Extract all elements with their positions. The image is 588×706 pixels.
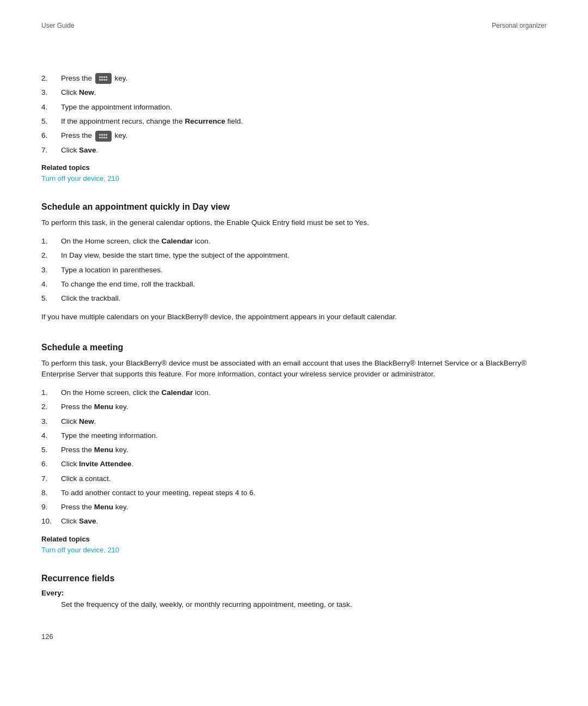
step-bold: New — [79, 88, 94, 96]
step-content: In Day view, beside the start time, type… — [61, 250, 547, 261]
related-link[interactable]: Turn off your device, 210 — [41, 174, 119, 182]
svg-rect-9 — [97, 132, 109, 141]
list-item: 4. Type the appointment information. — [41, 102, 547, 113]
step-content: Type the appointment information. — [61, 102, 547, 113]
step-content: To add another contact to your meeting, … — [61, 488, 547, 498]
meeting-related-topics: Related topics Turn off your device, 210 — [41, 535, 547, 554]
section-title: Schedule a meeting — [41, 343, 547, 352]
subsection-body: Set the frequency of the daily, weekly, … — [61, 599, 547, 610]
step-content: Click New. — [61, 416, 547, 427]
meeting-steps: 1. On the Home screen, click the Calenda… — [41, 387, 547, 527]
step-bold: Menu — [94, 446, 113, 454]
step-bold: Save — [79, 517, 96, 525]
step-content: Click Save. — [61, 516, 547, 527]
section-title: Recurrence fields — [41, 574, 547, 583]
step-num: 4. — [41, 430, 61, 441]
section-note: If you have multiple calendars on your B… — [41, 312, 547, 322]
list-item: 2. Press the — [41, 73, 547, 84]
section-intro: To perform this task, in the general cal… — [41, 217, 547, 228]
step-content: Click the trackball. — [61, 293, 547, 304]
svg-rect-5 — [99, 79, 101, 81]
svg-rect-6 — [101, 79, 103, 81]
list-item: 1. On the Home screen, click the Calenda… — [41, 236, 547, 247]
svg-rect-16 — [103, 137, 105, 138]
list-item: 2. Press the Menu key. — [41, 401, 547, 412]
step-num: 5. — [41, 116, 61, 127]
bb-key-icon — [95, 73, 112, 84]
step-num: 2. — [41, 250, 61, 261]
step-content: On the Home screen, click the Calendar i… — [61, 387, 547, 398]
step-bold: Recurrence — [185, 117, 225, 125]
list-item: 1. On the Home screen, click the Calenda… — [41, 387, 547, 398]
related-link[interactable]: Turn off your device, 210 — [41, 546, 119, 554]
list-item: 3. Click New. — [41, 416, 547, 427]
step-content: If the appointment recurs, change the Re… — [61, 116, 547, 127]
step-num: 9. — [41, 502, 61, 513]
list-item: 6. Click Invite Attendee. — [41, 459, 547, 470]
step-bold: Calendar — [162, 388, 193, 397]
page-header: User Guide Personal organizer — [41, 22, 547, 29]
list-item: 9. Press the Menu key. — [41, 502, 547, 513]
step-num: 7. — [41, 473, 61, 484]
step-num: 3. — [41, 265, 61, 276]
svg-rect-2 — [101, 76, 103, 78]
step-content: Press the — [61, 73, 547, 84]
step-num: 4. — [41, 279, 61, 290]
step-num: 5. — [41, 293, 61, 304]
step-num: 7. — [41, 145, 61, 156]
list-item: 4. Type the meeting information. — [41, 430, 547, 441]
step-num: 2. — [41, 401, 61, 412]
svg-rect-4 — [106, 76, 107, 78]
step-num: 1. — [41, 387, 61, 398]
step-content: On the Home screen, click the Calendar i… — [61, 236, 547, 247]
page-number: 126 — [41, 632, 53, 641]
top-steps-section: 2. Press the — [41, 73, 547, 182]
day-view-steps: 1. On the Home screen, click the Calenda… — [41, 236, 547, 304]
step-content: Click Invite Attendee. — [61, 459, 547, 470]
step-num: 2. — [41, 73, 61, 84]
list-item: 7. Click Save. — [41, 145, 547, 156]
svg-rect-1 — [99, 76, 101, 78]
step-content: Press the Menu key. — [61, 401, 547, 412]
section-intro: To perform this task, your BlackBerry® d… — [41, 358, 547, 380]
step-content: Click Save. — [61, 145, 547, 156]
step-content: Type the meeting information. — [61, 430, 547, 441]
list-item: 2. In Day view, beside the start time, t… — [41, 250, 547, 261]
step-content: Press the — [61, 130, 547, 141]
step-num: 3. — [41, 416, 61, 427]
step-bold: Menu — [94, 503, 113, 511]
svg-rect-13 — [106, 134, 107, 136]
step-num: 3. — [41, 87, 61, 98]
section-recurrence: Recurrence fields Every: Set the frequen… — [41, 574, 547, 610]
list-item: 10. Click Save. — [41, 516, 547, 527]
step-num: 1. — [41, 236, 61, 247]
top-steps-list: 2. Press the — [41, 73, 547, 156]
step-num: 4. — [41, 102, 61, 113]
step-content: Press the Menu key. — [61, 445, 547, 455]
step-num: 8. — [41, 488, 61, 498]
list-item: 5. Press the Menu key. — [41, 445, 547, 455]
header-left: User Guide — [41, 22, 75, 29]
step-bold: Invite Attendee — [79, 460, 131, 468]
related-topics-label: Related topics — [41, 163, 547, 172]
step-content: Click New. — [61, 87, 547, 98]
section-meeting: Schedule a meeting To perform this task,… — [41, 343, 547, 554]
list-item: 4. To change the end time, roll the trac… — [41, 279, 547, 290]
step-content: To change the end time, roll the trackba… — [61, 279, 547, 290]
step-bold: Menu — [94, 403, 113, 411]
step-num: 5. — [41, 445, 61, 455]
list-item: 5. If the appointment recurs, change the… — [41, 116, 547, 127]
header-right: Personal organizer — [492, 22, 547, 29]
bb-key-icon — [95, 131, 112, 142]
step-num: 10. — [41, 516, 61, 527]
list-item: 3. Click New. — [41, 87, 547, 98]
step-num: 6. — [41, 130, 61, 141]
step-bold: Save — [79, 146, 96, 154]
related-topics-label: Related topics — [41, 535, 547, 543]
list-item: 6. Press the — [41, 130, 547, 141]
svg-rect-8 — [106, 79, 107, 81]
top-related-topics: Related topics Turn off your device, 210 — [41, 163, 547, 182]
page-footer: 126 — [41, 632, 53, 641]
subsection-label: Every: — [41, 589, 547, 597]
section-title: Schedule an appointment quickly in Day v… — [41, 202, 547, 212]
